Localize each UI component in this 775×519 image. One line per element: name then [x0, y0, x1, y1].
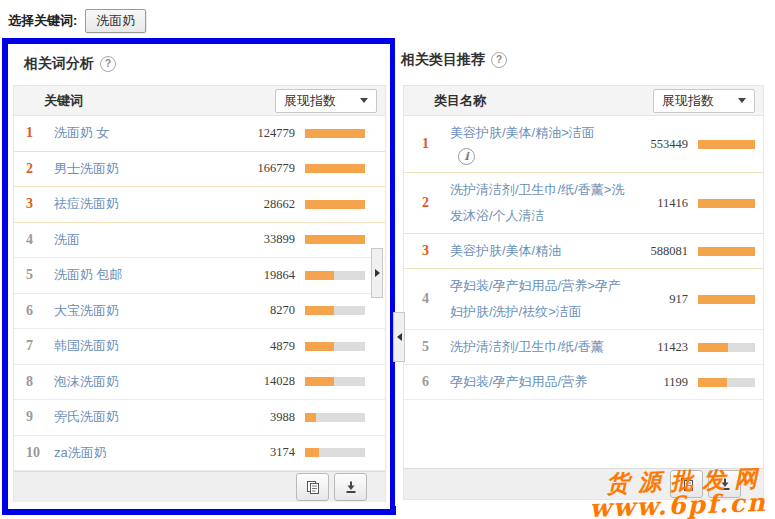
related-categories-panel: 相关类目推荐 ? 类目名称 展现指数 1美容护肤/美体/精油>洁面i553449…	[395, 38, 764, 506]
label-cell: 洗面	[54, 227, 233, 253]
question-circle-icon[interactable]: ?	[100, 56, 116, 72]
selected-keyword-tag[interactable]: 洗面奶	[85, 9, 146, 33]
index-value: 917	[626, 292, 688, 307]
label-cell: 洗面奶 女	[54, 120, 233, 146]
index-bar	[698, 199, 755, 208]
rank-number: 6	[26, 303, 50, 319]
download-button[interactable]	[708, 470, 741, 498]
keyword-link[interactable]: 洗面奶 包邮	[54, 267, 123, 282]
index-value: 33899	[233, 232, 295, 247]
table-row: 1美容护肤/美体/精油>洁面i553449	[404, 116, 763, 173]
table-row: 9旁氏洗面奶3988	[14, 400, 385, 436]
index-bar	[698, 295, 755, 304]
keyword-link[interactable]: 旁氏洗面奶	[54, 409, 119, 424]
index-bar-fill	[698, 378, 727, 387]
index-value: 19864	[233, 268, 295, 283]
column-header-category: 类目名称	[434, 92, 486, 110]
rank-number: 8	[26, 374, 50, 390]
sort-metric-dropdown[interactable]: 展现指数	[653, 89, 755, 113]
category-table-header: 类目名称 展现指数	[404, 86, 763, 116]
category-link[interactable]: 洗护清洁剂/卫生巾/纸/香薰>洗发沐浴/个人清洁	[450, 182, 624, 223]
rank-number: 5	[26, 267, 50, 283]
rank-number: 1	[422, 136, 446, 152]
download-button[interactable]	[334, 473, 367, 501]
index-bar	[305, 271, 365, 280]
label-cell: 韩国洗面奶	[54, 333, 233, 359]
index-value: 11416	[626, 196, 688, 211]
keyword-link[interactable]: 洗面	[54, 232, 80, 247]
category-table-body: 1美容护肤/美体/精油>洁面i5534492洗护清洁剂/卫生巾/纸/香薰>洗发沐…	[404, 116, 763, 400]
info-circle-icon[interactable]: i	[458, 148, 475, 165]
label-cell: 洗面奶 包邮	[54, 262, 233, 288]
index-value: 11423	[626, 340, 688, 355]
rank-number: 9	[26, 409, 50, 425]
copy-list-button[interactable]	[296, 473, 329, 501]
keyword-link[interactable]: 祛痘洗面奶	[54, 196, 119, 211]
label-cell: 洗护清洁剂/卫生巾/纸/香薰	[450, 334, 626, 360]
keyword-selector: 选择关键词: 洗面奶	[8, 8, 146, 34]
table-row: 3祛痘洗面奶28662	[14, 187, 385, 223]
rank-number: 6	[422, 374, 446, 390]
question-circle-icon[interactable]: ?	[491, 52, 507, 68]
sort-metric-dropdown[interactable]: 展现指数	[275, 89, 377, 113]
collapse-right-panel-handle[interactable]	[393, 312, 405, 362]
column-header-keyword: 关键词	[44, 92, 83, 110]
category-link[interactable]: 美容护肤/美体/精油>洁面	[450, 125, 595, 140]
collapse-left-panel-handle[interactable]	[371, 248, 383, 298]
keyword-link[interactable]: 泡沫洗面奶	[54, 374, 119, 389]
chevron-down-icon	[360, 98, 368, 103]
chevron-down-icon	[738, 98, 746, 103]
panel-title: 相关词分析	[24, 55, 94, 73]
index-value: 4879	[233, 339, 295, 354]
keyword-link[interactable]: 男士洗面奶	[54, 161, 119, 176]
table-row: 6孕妇装/孕产妇用品/营养1199	[404, 365, 763, 400]
index-bar	[305, 377, 365, 386]
table-row: 3美容护肤/美体/精油588081	[404, 234, 763, 269]
keyword-link[interactable]: 大宝洗面奶	[54, 303, 119, 318]
copy-list-button[interactable]	[670, 470, 703, 498]
table-empty-space	[404, 400, 763, 468]
index-value: 553449	[626, 137, 688, 152]
related-keywords-panel: 相关词分析 ? 关键词 展现指数 1洗面奶 女1247792男士洗面奶16677…	[2, 38, 396, 515]
index-bar-fill	[305, 448, 319, 457]
table-row: 2男士洗面奶166779	[14, 152, 385, 188]
panel-title: 相关类目推荐	[401, 51, 485, 69]
index-bar-fill	[305, 200, 365, 209]
index-bar	[698, 247, 755, 256]
related-keywords-header: 相关词分析 ?	[24, 55, 390, 73]
rank-number: 5	[422, 339, 446, 355]
index-bar	[305, 129, 365, 138]
label-cell: 美容护肤/美体/精油	[450, 238, 626, 264]
download-icon	[718, 477, 732, 491]
copy-icon	[306, 480, 320, 495]
index-bar	[305, 235, 365, 244]
table-row: 5洗面奶 包邮19864	[14, 258, 385, 294]
category-link[interactable]: 美容护肤/美体/精油	[450, 243, 561, 258]
table-row: 7韩国洗面奶4879	[14, 329, 385, 365]
index-bar-fill	[698, 295, 755, 304]
rank-number: 2	[422, 195, 446, 211]
keyword-link[interactable]: 洗面奶 女	[54, 125, 110, 140]
label-cell: 祛痘洗面奶	[54, 191, 233, 217]
index-bar	[305, 164, 365, 173]
table-row: 8泡沫洗面奶14028	[14, 365, 385, 401]
index-bar-fill	[305, 271, 334, 280]
label-cell: 泡沫洗面奶	[54, 369, 233, 395]
label-cell: 洗护清洁剂/卫生巾/纸/香薰>洗发沐浴/个人清洁	[450, 177, 626, 229]
index-value: 124779	[233, 126, 295, 141]
category-link[interactable]: 孕妇装/孕产妇用品/营养>孕产妇护肤/洗护/祛纹>洁面	[450, 278, 621, 319]
index-bar	[698, 378, 755, 387]
table-row: 1洗面奶 女124779	[14, 116, 385, 152]
category-link[interactable]: 孕妇装/孕产妇用品/营养	[450, 374, 587, 389]
index-value: 166779	[233, 161, 295, 176]
related-categories-header: 相关类目推荐 ?	[401, 51, 764, 69]
label-cell: 孕妇装/孕产妇用品/营养>孕产妇护肤/洗护/祛纹>洁面	[450, 273, 626, 325]
rank-number: 4	[422, 291, 446, 307]
label-cell: za洗面奶	[54, 440, 233, 466]
index-bar-fill	[305, 342, 334, 351]
category-link[interactable]: 洗护清洁剂/卫生巾/纸/香薰	[450, 339, 604, 354]
keyword-link[interactable]: za洗面奶	[54, 445, 107, 460]
index-value: 8270	[233, 303, 295, 318]
keyword-link[interactable]: 韩国洗面奶	[54, 338, 119, 353]
index-value: 1199	[626, 375, 688, 390]
